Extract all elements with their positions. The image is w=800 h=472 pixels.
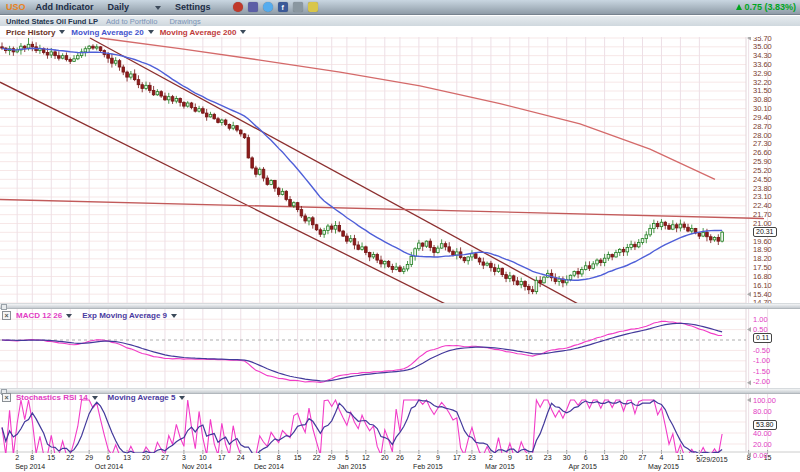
- svg-text:6: 6: [584, 454, 588, 461]
- note-icon[interactable]: [308, 2, 318, 12]
- svg-text:15.40: 15.40: [753, 290, 772, 299]
- panel-divider[interactable]: [0, 303, 800, 309]
- legend-price-history[interactable]: Price History: [6, 28, 65, 37]
- svg-text:26: 26: [396, 454, 404, 461]
- add-to-portfolio-link[interactable]: Add to Portfolio: [106, 17, 157, 26]
- svg-text:22: 22: [313, 454, 321, 461]
- stoch-ma-label[interactable]: Moving Average 5: [108, 393, 176, 402]
- svg-text:Oct 2014: Oct 2014: [95, 463, 124, 470]
- close-icon[interactable]: ×: [2, 393, 11, 402]
- legend-ma200[interactable]: Moving Average 200: [160, 28, 247, 37]
- svg-text:29.40: 29.40: [753, 113, 772, 122]
- svg-text:26.60: 26.60: [753, 148, 772, 157]
- macd-value-box: 0.11: [753, 333, 772, 343]
- svg-text:28.00: 28.00: [753, 131, 772, 140]
- svg-text:Sep 2014: Sep 2014: [15, 463, 45, 471]
- svg-text:13: 13: [601, 454, 609, 461]
- up-arrow-icon: [736, 4, 742, 10]
- svg-text:16: 16: [525, 454, 533, 461]
- svg-text:23.80: 23.80: [753, 184, 772, 193]
- svg-text:3: 3: [182, 454, 186, 461]
- facebook-icon[interactable]: f: [278, 2, 288, 12]
- chart-icon[interactable]: [248, 2, 258, 12]
- megaphone-icon[interactable]: [293, 2, 303, 12]
- macd-panel-header: × MACD 12 26 Exp Moving Average 9: [0, 311, 177, 320]
- panel-resize-icon[interactable]: [1, 304, 7, 310]
- svg-text:23: 23: [468, 454, 476, 461]
- svg-text:20.00: 20.00: [753, 440, 772, 449]
- svg-text:29: 29: [85, 454, 93, 461]
- svg-text:100.00: 100.00: [753, 396, 776, 405]
- chevron-down-icon: [59, 30, 65, 34]
- svg-text:Apr 2015: Apr 2015: [569, 463, 598, 471]
- chevron-down-icon: [92, 396, 98, 400]
- svg-text:0.00: 0.00: [753, 451, 768, 460]
- svg-text:9: 9: [436, 454, 440, 461]
- chevron-down-icon: [155, 6, 161, 10]
- chevron-down-icon: [240, 30, 246, 34]
- svg-text:22.40: 22.40: [753, 201, 772, 210]
- svg-text:-1.00: -1.00: [753, 356, 770, 365]
- macd-signal-label[interactable]: Exp Moving Average 9: [82, 311, 167, 320]
- svg-text:30.10: 30.10: [753, 104, 772, 113]
- svg-text:May 2015: May 2015: [648, 463, 679, 471]
- svg-text:25.20: 25.20: [753, 166, 772, 175]
- svg-text:-1.50: -1.50: [753, 367, 770, 376]
- svg-text:30.80: 30.80: [753, 95, 772, 104]
- svg-text:5: 5: [345, 454, 349, 461]
- svg-text:22: 22: [66, 454, 74, 461]
- svg-text:20: 20: [142, 454, 150, 461]
- svg-text:Nov 2014: Nov 2014: [182, 463, 212, 470]
- svg-text:31.50: 31.50: [753, 86, 772, 95]
- svg-text:9: 9: [508, 454, 512, 461]
- symbol-label: USO: [6, 2, 26, 12]
- svg-text:15: 15: [47, 454, 55, 461]
- svg-text:32.20: 32.20: [753, 78, 772, 87]
- settings-button[interactable]: Settings: [175, 2, 211, 12]
- svg-text:32.90: 32.90: [753, 69, 772, 78]
- svg-text:20: 20: [620, 454, 628, 461]
- legend-ma20[interactable]: Moving Average 20: [71, 28, 153, 37]
- svg-text:35.00: 35.00: [753, 42, 772, 51]
- stoch-title[interactable]: Stochastics RSI 14: [16, 393, 88, 402]
- svg-text:1.00: 1.00: [753, 315, 768, 324]
- svg-text:27.30: 27.30: [753, 139, 772, 148]
- chevron-down-icon: [179, 396, 185, 400]
- svg-text:29: 29: [328, 454, 336, 461]
- chart-application: { "toolbar": { "symbol": "USO", "add_ind…: [0, 0, 800, 472]
- svg-text:25.90: 25.90: [753, 157, 772, 166]
- add-indicator-button[interactable]: Add Indicator: [36, 2, 94, 12]
- svg-text:6: 6: [106, 454, 110, 461]
- svg-text:23: 23: [544, 454, 552, 461]
- svg-text:24.50: 24.50: [753, 175, 772, 184]
- svg-text:20: 20: [381, 454, 389, 461]
- chevron-down-icon: [171, 314, 177, 318]
- macd-title[interactable]: MACD 12 26: [16, 311, 62, 320]
- svg-text:Jan 2015: Jan 2015: [337, 463, 366, 470]
- toolbar-icons: f: [233, 2, 318, 12]
- svg-text:27: 27: [639, 454, 647, 461]
- svg-text:17: 17: [218, 454, 226, 461]
- svg-text:-0.50: -0.50: [753, 346, 770, 355]
- svg-text:15: 15: [294, 454, 302, 461]
- svg-text:13: 13: [123, 454, 131, 461]
- last-price-box: 20.31: [753, 227, 777, 237]
- period-dropdown[interactable]: Daily: [108, 2, 162, 12]
- fund-name: United States Oil Fund LP: [6, 17, 98, 26]
- svg-text:17: 17: [453, 454, 461, 461]
- svg-text:4: 4: [660, 454, 664, 461]
- svg-text:16.80: 16.80: [753, 272, 772, 281]
- alarm-clock-icon[interactable]: [233, 2, 243, 12]
- close-icon[interactable]: ×: [2, 311, 11, 320]
- drawings-link[interactable]: Drawings: [169, 17, 200, 26]
- svg-text:23.10: 23.10: [753, 192, 772, 201]
- svg-text:30: 30: [563, 454, 571, 461]
- svg-text:8: 8: [277, 454, 281, 461]
- twitter-icon[interactable]: [263, 2, 273, 12]
- svg-text:33.60: 33.60: [753, 60, 772, 69]
- svg-text:19.60: 19.60: [753, 237, 772, 246]
- svg-text:16.10: 16.10: [753, 281, 772, 290]
- price-change-badge: 0.75 (3.83%): [736, 2, 796, 12]
- svg-text:10: 10: [199, 454, 207, 461]
- svg-text:-2.00: -2.00: [753, 377, 770, 386]
